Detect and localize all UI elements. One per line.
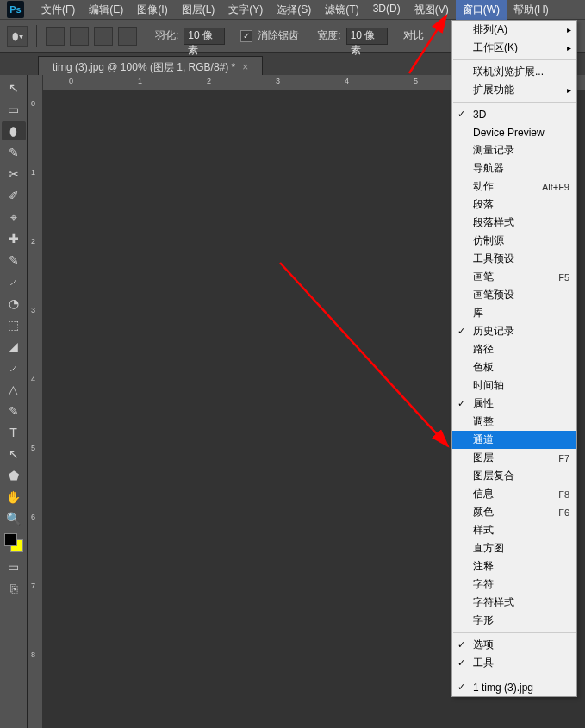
menu-item-图层[interactable]: 图层F7: [452, 449, 576, 467]
tool-5[interactable]: ✐: [2, 186, 26, 205]
tool-19[interactable]: ✋: [2, 488, 26, 507]
menu-item-3D[interactable]: ✓3D: [452, 105, 576, 123]
menu-item-信息[interactable]: 信息F8: [452, 485, 576, 503]
menu-文字[interactable]: 文字(Y): [221, 0, 270, 20]
tool-9[interactable]: ⟋: [2, 272, 26, 291]
menu-item-label: Device Preview: [473, 127, 545, 139]
selection-new-icon[interactable]: [46, 27, 65, 46]
tool-preset-icon[interactable]: ⬮▾: [7, 26, 28, 47]
ruler-origin[interactable]: [28, 75, 43, 90]
feather-input[interactable]: 10 像素: [184, 28, 225, 45]
menu-视图[interactable]: 视图(V): [408, 0, 456, 20]
tool-13[interactable]: ⟋: [2, 358, 26, 377]
menu-item-动作[interactable]: 动作Alt+F9: [452, 177, 576, 196]
menu-窗口[interactable]: 窗口(W): [456, 0, 507, 20]
menu-item-字符样式[interactable]: 字符样式: [452, 594, 576, 612]
tab-title: timg (3).jpg @ 100% (图层 1, RGB/8#) *: [53, 60, 235, 75]
menu-item-label: 画笔预设: [473, 288, 514, 302]
tool-7[interactable]: ✚: [2, 229, 26, 248]
tool-4[interactable]: ✂: [2, 165, 26, 184]
menu-item-段落样式[interactable]: 段落样式: [452, 214, 576, 232]
menu-item-颜色[interactable]: 颜色F6: [452, 503, 576, 521]
menu-item-段落[interactable]: 段落: [452, 196, 576, 214]
menu-item-字符[interactable]: 字符: [452, 576, 576, 594]
menu-item-通道[interactable]: 通道: [452, 431, 576, 449]
menu-item-Device Preview[interactable]: Device Preview: [452, 123, 576, 141]
tool-15[interactable]: ✎: [2, 401, 26, 420]
ruler-tick: 6: [31, 513, 35, 521]
menu-item-色板[interactable]: 色板: [452, 358, 576, 376]
menu-item-属性[interactable]: ✓属性: [452, 395, 576, 413]
menu-item-画笔[interactable]: 画笔F5: [452, 268, 576, 286]
menu-item-路径[interactable]: 路径: [452, 340, 576, 358]
check-icon: ✓: [457, 657, 465, 669]
menu-item-直方图[interactable]: 直方图: [452, 539, 576, 557]
check-icon: ✓: [457, 639, 465, 650]
menu-图层[interactable]: 图层(L): [175, 0, 222, 20]
tool-18[interactable]: ⬟: [2, 466, 26, 485]
contrast-label: 对比: [403, 28, 424, 43]
color-swatch[interactable]: [4, 533, 23, 552]
menu-item-样式[interactable]: 样式: [452, 521, 576, 539]
tool-0[interactable]: ↖: [2, 78, 26, 97]
menu-图像[interactable]: 图像(I): [130, 0, 174, 20]
menu-item-时间轴[interactable]: 时间轴: [452, 376, 576, 395]
menu-item-图层复合[interactable]: 图层复合: [452, 467, 576, 485]
document-tab[interactable]: timg (3).jpg @ 100% (图层 1, RGB/8#) * ×: [38, 56, 263, 75]
screenmode-icon[interactable]: ⎘: [2, 579, 26, 598]
menu-编辑[interactable]: 编辑(E): [82, 0, 130, 20]
tool-3[interactable]: ✎: [2, 143, 26, 162]
menu-item-历史记录[interactable]: ✓历史记录: [452, 322, 576, 340]
menu-item-label: 信息: [473, 487, 494, 501]
menu-item-测量记录[interactable]: 测量记录: [452, 141, 576, 159]
menu-item-注释[interactable]: 注释: [452, 557, 576, 576]
menu-选择[interactable]: 选择(S): [270, 0, 318, 20]
tool-14[interactable]: △: [2, 380, 26, 399]
menu-item-1 timg (3).jpg[interactable]: ✓1 timg (3).jpg: [452, 678, 576, 696]
menu-item-工作区(K)[interactable]: 工作区(K): [452, 39, 576, 57]
ruler-tick: 3: [276, 77, 280, 85]
selection-add-icon[interactable]: [70, 27, 89, 46]
menu-item-联机浏览扩展...[interactable]: 联机浏览扩展...: [452, 63, 576, 81]
menu-item-label: 导航器: [473, 161, 504, 176]
menu-separator: [453, 675, 576, 675]
menu-item-仿制源[interactable]: 仿制源: [452, 232, 576, 250]
ruler-tick: 4: [31, 375, 35, 383]
selection-subtract-icon[interactable]: [94, 27, 113, 46]
quickmask-icon[interactable]: ▭: [2, 557, 26, 576]
menu-item-画笔预设[interactable]: 画笔预设: [452, 286, 576, 304]
menu-item-调整[interactable]: 调整: [452, 413, 576, 431]
tool-2[interactable]: ⬮: [2, 121, 26, 140]
menu-item-label: 路径: [473, 342, 494, 357]
width-label: 宽度:: [317, 28, 340, 43]
menu-item-选项[interactable]: ✓选项: [452, 636, 576, 654]
menu-item-字形[interactable]: 字形: [452, 612, 576, 630]
tool-17[interactable]: ↖: [2, 445, 26, 464]
tool-12[interactable]: ◢: [2, 337, 26, 356]
menu-item-label: 选项: [473, 638, 494, 652]
ruler-vertical[interactable]: 012345678: [28, 90, 43, 728]
menu-item-工具预设[interactable]: 工具预设: [452, 250, 576, 268]
menu-item-工具[interactable]: ✓工具: [452, 654, 576, 672]
menu-item-库[interactable]: 库: [452, 304, 576, 322]
close-icon[interactable]: ×: [242, 61, 248, 73]
menu-3D[interactable]: 3D(D): [366, 0, 408, 20]
tool-6[interactable]: ⌖: [2, 208, 26, 227]
menu-文件[interactable]: 文件(F): [34, 0, 82, 20]
tool-10[interactable]: ◔: [2, 294, 26, 313]
menu-item-导航器[interactable]: 导航器: [452, 159, 576, 177]
selection-intersect-icon[interactable]: [118, 27, 137, 46]
menu-帮助[interactable]: 帮助(H): [507, 0, 556, 20]
antialias-checkbox[interactable]: ✓: [240, 30, 252, 42]
tool-20[interactable]: 🔍: [2, 509, 26, 528]
menu-item-排列(A)[interactable]: 排列(A): [452, 21, 576, 39]
foreground-color[interactable]: [4, 533, 17, 546]
tool-11[interactable]: ⬚: [2, 315, 26, 334]
width-input[interactable]: 10 像素: [346, 28, 388, 45]
tool-16[interactable]: T: [2, 423, 26, 442]
tool-8[interactable]: ✎: [2, 251, 26, 270]
menu-滤镜[interactable]: 滤镜(T): [318, 0, 365, 20]
tool-1[interactable]: ▭: [2, 100, 26, 119]
menu-item-label: 工具: [473, 656, 494, 670]
menu-item-扩展功能[interactable]: 扩展功能: [452, 81, 576, 99]
